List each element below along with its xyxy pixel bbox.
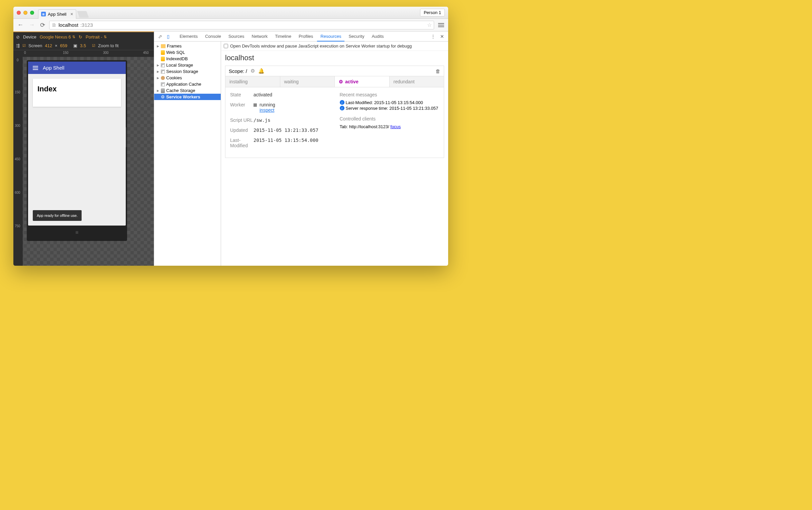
storage-icon [161,63,165,67]
sw-left-column: Stateactivated Workerrunninginspect Scri… [230,92,330,153]
tab-resources[interactable]: Resources [317,32,344,41]
tab-security[interactable]: Security [345,32,367,41]
tab-title: App Shell [48,12,66,17]
sw-tab-waiting[interactable]: waiting [280,76,335,87]
storage-icon [161,82,165,86]
log-message: iLast-Modified: 2015-11-05 13:15:54.000 [340,100,440,105]
zoom-window[interactable] [30,11,34,15]
dpr-icon: ▣ [73,43,77,48]
device-nav-bar: ≡ [28,228,126,237]
screen-checkbox[interactable]: ☑ [22,44,26,48]
lastmod-value: 2015-11-05 13:15:54.000 [253,138,330,148]
inspect-icon[interactable]: ⬀ [156,32,164,40]
tab-elements[interactable]: Elements [176,32,201,41]
sidebar-indexeddb[interactable]: IndexedDB [154,56,221,62]
nav-toolbar: ← → ⟳ 🗎 localhost:3123 ☆ [13,19,448,31]
worker-value: runninginspect [253,102,330,113]
tab-timeline[interactable]: Timeline [272,32,295,41]
ruler-corner [13,50,23,57]
sw-startup-banner: Open DevTools window and pause JavaScrip… [221,41,448,51]
browser-tab[interactable]: ▦ App Shell × [38,9,76,19]
pause-on-start-checkbox[interactable] [224,44,228,48]
resources-main: Open DevTools window and pause JavaScrip… [221,41,448,266]
device-viewport: 0 150 300 450 0 150 300 450 600 750 [13,50,154,266]
scrollbar[interactable] [125,127,126,147]
orientation-select[interactable]: Portrait - [86,34,107,39]
close-tab-icon[interactable]: × [70,11,73,17]
devtools-body: ▶Frames Web SQL IndexedDB ▶Local Storage… [154,41,448,266]
sidebar-websql[interactable]: Web SQL [154,49,221,56]
forward-button[interactable]: → [27,21,36,29]
gear-icon: ⚙ [161,94,165,100]
dpr-value[interactable]: 3.5 [80,43,86,48]
stop-icon[interactable] [253,104,257,107]
stagger-icon[interactable]: ⇶ [16,43,20,48]
tab-audits[interactable]: Audits [368,32,387,41]
rotate-icon[interactable]: ↻ [79,34,82,39]
titlebar: ▦ App Shell × Person 1 [13,7,448,19]
trash-icon[interactable]: 🗑 [435,68,441,74]
tab-profiles[interactable]: Profiles [295,32,317,41]
sidebar-cache-storage[interactable]: ▶Cache Storage [154,87,221,94]
sidebar-frames[interactable]: ▶Frames [154,43,221,49]
no-entry-icon[interactable]: ⊘ [16,34,20,39]
back-button[interactable]: ← [16,21,25,29]
devtools-tabs: ⬀ ▯ Elements Console Sources Network Tim… [154,31,448,41]
new-tab-button[interactable] [77,11,89,18]
clients-heading: Controlled clients [340,116,440,121]
devtools-panel: ⬀ ▯ Elements Console Sources Network Tim… [154,31,448,266]
card-heading: Index [37,85,116,93]
log-message: iServer response time: 2015-11-05 13:21:… [340,106,440,111]
tab-network[interactable]: Network [248,32,271,41]
tab-console[interactable]: Console [202,32,224,41]
device-select[interactable]: Google Nexus 6 [40,34,75,39]
address-bar[interactable]: 🗎 localhost:3123 ☆ [49,21,434,29]
sw-tab-active[interactable]: ⚙active [335,76,390,87]
device-toolbar: ⊘ Device Google Nexus 6 ↻ Portrait - [13,31,154,41]
device-screen[interactable]: App Shell Index App ready for offline us… [28,62,126,226]
sidebar-local-storage[interactable]: ▶Local Storage [154,62,221,68]
url-host: localhost [59,22,78,28]
profile-button[interactable]: Person 1 [420,9,445,17]
close-window[interactable] [17,11,21,15]
focus-link[interactable]: focus [390,124,401,129]
content-area: ⊘ Device Google Nexus 6 ↻ Portrait - ⇶ ☑… [13,31,448,266]
screen-height[interactable]: 659 [60,43,67,48]
sidebar-service-workers[interactable]: ⚙Service Workers [154,94,221,100]
kebab-icon[interactable]: ⋮ [429,32,438,40]
hamburger-icon[interactable] [33,66,38,70]
gear-icon: ⚙ [339,79,343,84]
sidebar-cookies[interactable]: ▶Cookies [154,75,221,81]
tab-sources[interactable]: Sources [225,32,248,41]
toast: App ready for offline use. [33,210,82,221]
device-label: Device [23,34,36,39]
minimize-window[interactable] [23,11,27,15]
bell-icon[interactable]: 🔔 [258,68,265,74]
screen-width[interactable]: 412 [45,43,52,48]
script-key: Script URL [230,117,253,123]
screen-label: Screen [28,43,42,48]
script-value: /sw.js [253,117,330,123]
banner-text: Open DevTools window and pause JavaScrip… [230,44,412,49]
sw-scope-bar: Scope: / ⚙ 🔔 🗑 [225,65,444,76]
app-title: App Shell [43,65,64,70]
storage-icon [161,69,165,74]
gear-icon[interactable]: ⚙ [250,68,255,74]
zoom-checkbox[interactable]: ☑ [92,44,95,48]
scope-label: Scope: / [229,68,247,74]
inspect-link[interactable]: inspect [260,107,274,113]
updated-value: 2015-11-05 13:21:33.057 [253,128,330,133]
sw-tab-redundant[interactable]: redundant [390,76,444,87]
chrome-menu-icon[interactable] [438,23,444,27]
device-toggle-icon[interactable]: ▯ [165,32,172,40]
sidebar-app-cache[interactable]: Application Cache [154,81,221,87]
close-devtools-icon[interactable]: ✕ [438,32,446,40]
sw-tab-installing[interactable]: installing [225,76,280,87]
bookmark-icon[interactable]: ☆ [427,22,432,28]
worker-key: Worker [230,102,253,113]
reload-button[interactable]: ⟳ [39,21,47,29]
state-key: State [230,92,253,97]
cookie-icon [161,76,165,80]
sidebar-session-storage[interactable]: ▶Session Storage [154,68,221,75]
sw-host: localhost [221,51,448,64]
